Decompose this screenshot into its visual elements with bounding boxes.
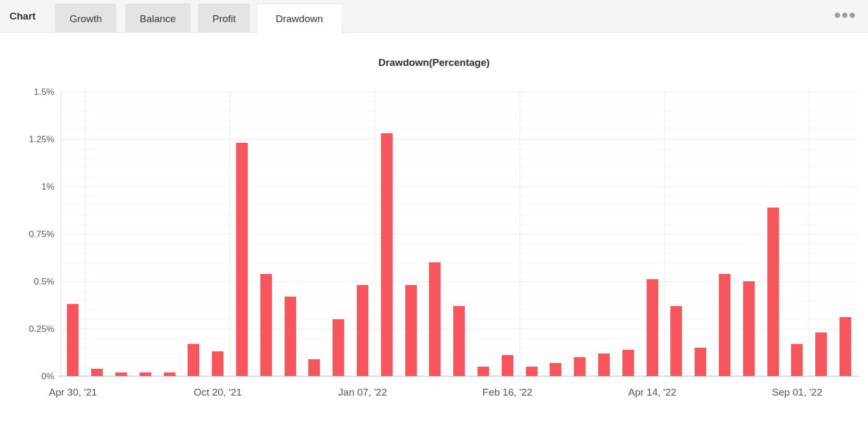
tab-bar: Chart Growth Balance Profit Drawdown: [0, 0, 868, 33]
chart-bar[interactable]: [453, 306, 465, 376]
tab-growth[interactable]: Growth: [55, 4, 116, 33]
chart-bar[interactable]: [840, 317, 851, 376]
gridline: [61, 92, 857, 92]
gridline: [61, 196, 857, 196]
gridline: [61, 168, 857, 168]
x-axis-tick-label: Apr 14, '22: [628, 387, 676, 398]
chart-bar[interactable]: [236, 143, 248, 376]
chart-bar[interactable]: [333, 319, 344, 376]
chart-bar[interactable]: [598, 353, 610, 376]
chart-bar[interactable]: [815, 332, 827, 376]
tab-drawdown[interactable]: Drawdown: [256, 4, 343, 34]
chart-bar[interactable]: [115, 372, 127, 376]
gridline: [809, 92, 810, 376]
drawdown-chart: Drawdown(Percentage) 0%0.25%0.5%0.75%1%1…: [0, 33, 868, 423]
chart-bar[interactable]: [429, 262, 441, 376]
gridline: [375, 92, 375, 376]
y-axis-tick-label: 1%: [0, 182, 54, 191]
chart-bar[interactable]: [574, 357, 586, 376]
chart-bar[interactable]: [212, 351, 223, 376]
gridline: [230, 92, 230, 376]
chart-bar[interactable]: [140, 372, 151, 376]
chart-bar[interactable]: [285, 297, 296, 376]
gridline: [61, 149, 857, 149]
chart-bar[interactable]: [526, 367, 538, 376]
gridline: [520, 92, 520, 376]
y-axis-tick-label: 0%: [0, 372, 54, 381]
chart-bar[interactable]: [622, 350, 634, 376]
chart-bar[interactable]: [405, 285, 417, 376]
gridline: [665, 92, 665, 376]
gridline: [61, 300, 857, 301]
chart-bar[interactable]: [164, 372, 175, 376]
gridline: [61, 234, 857, 234]
ellipsis-icon[interactable]: [835, 13, 855, 18]
chart-bar[interactable]: [719, 274, 730, 376]
tab-bar-title: Chart: [9, 0, 36, 33]
y-axis-line: [61, 92, 61, 376]
gridline: [61, 215, 857, 215]
x-axis-tick-label: Sep 01, '22: [772, 387, 823, 398]
tab-balance[interactable]: Balance: [125, 4, 190, 33]
chart-bar[interactable]: [695, 348, 706, 376]
gridline: [61, 139, 857, 140]
gridline: [61, 101, 857, 102]
chart-bar[interactable]: [767, 208, 779, 376]
gridline: [61, 224, 857, 225]
chart-bar[interactable]: [647, 279, 658, 376]
gridline: [61, 130, 857, 130]
gridline: [61, 272, 857, 272]
x-axis-tick-label: Apr 30, '21: [49, 387, 97, 398]
chart-bar[interactable]: [670, 306, 682, 376]
gridline: [61, 281, 857, 282]
y-axis-tick-label: 0.25%: [0, 324, 54, 333]
gridline: [61, 243, 857, 244]
gridline: [61, 120, 857, 121]
gridline: [85, 92, 85, 376]
x-axis-tick-label: Jan 07, '22: [338, 387, 387, 398]
chart-bar[interactable]: [357, 285, 368, 376]
chart-bar[interactable]: [743, 281, 755, 376]
x-axis-tick-label: Oct 20, '21: [194, 387, 242, 398]
chart-bar[interactable]: [308, 359, 320, 376]
chart-bar[interactable]: [188, 344, 199, 376]
chart-bar[interactable]: [791, 344, 803, 376]
chart-bar[interactable]: [260, 274, 272, 376]
y-axis-tick-label: 1.5%: [0, 87, 54, 96]
gridline: [61, 291, 857, 291]
chart-bar[interactable]: [550, 363, 561, 376]
gridline: [61, 186, 857, 187]
gridline: [61, 262, 857, 263]
chart-bar[interactable]: [67, 304, 79, 376]
x-axis-tick-label: Feb 16, '22: [483, 387, 532, 398]
y-axis-tick-label: 0.5%: [0, 277, 54, 286]
tab-profit[interactable]: Profit: [198, 4, 250, 33]
chart-bar[interactable]: [381, 133, 393, 376]
gridline: [61, 253, 857, 253]
chart-title: Drawdown(Percentage): [0, 57, 868, 68]
gridline: [61, 205, 857, 206]
y-axis-tick-label: 1.25%: [0, 135, 54, 144]
y-axis-tick-label: 0.75%: [0, 230, 54, 239]
gridline: [61, 158, 857, 159]
gridline: [61, 177, 857, 178]
chart-bar[interactable]: [477, 367, 489, 376]
chart-bar[interactable]: [502, 355, 513, 376]
gridline: [61, 111, 857, 111]
chart-bar[interactable]: [91, 369, 103, 376]
